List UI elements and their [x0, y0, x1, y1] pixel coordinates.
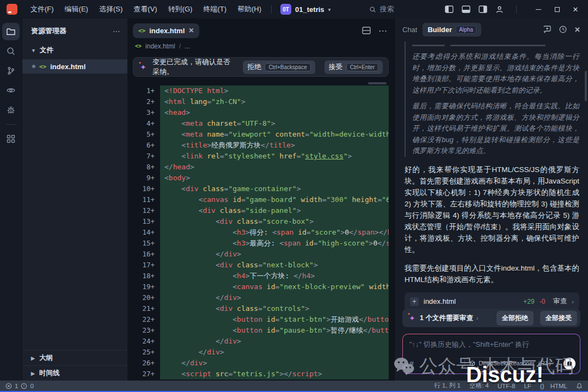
debug-icon[interactable] [2, 101, 20, 119]
code-line[interactable]: 2+<html lang="zh-CN"> [127, 96, 394, 107]
code-editor[interactable]: 1+<!DOCTYPE html>2+<html lang="zh-CN">3+… [127, 80, 394, 381]
code-line[interactable]: 18+ <h4>下一个方块: </h4> [127, 271, 394, 281]
reject-label: 拒绝 [247, 63, 261, 72]
chevron-right-icon: › [476, 315, 479, 321]
breadcrumb-file[interactable]: index.html [145, 42, 175, 50]
breadcrumb-more[interactable]: ... [185, 42, 190, 50]
project-badge: 0T [280, 4, 291, 15]
project-selector[interactable]: 0T 01_tetris ▾ [276, 2, 335, 16]
code-line[interactable]: 7+ <link rel="stylesheet" href="style.cs… [127, 151, 394, 162]
cursor-position[interactable]: 行 1, 列 1 [434, 382, 461, 390]
warnings-count[interactable]: 0 [30, 383, 33, 389]
code-line[interactable]: 17+ <div class="next-block"> [127, 260, 394, 271]
account-icon[interactable] [495, 5, 504, 14]
tab-bar: <> index.html ✕ ⋯ [127, 19, 394, 39]
menu-help[interactable]: 帮助(H) [232, 0, 267, 19]
code-line[interactable]: 27+ <script src="tetris.js"></script> [127, 369, 394, 379]
explorer-title: 资源管理器 [31, 26, 113, 36]
history-icon[interactable] [559, 25, 567, 34]
code-line[interactable]: 1+<!DOCTYPE html> [127, 85, 394, 96]
search-sidebar-icon[interactable] [2, 42, 20, 60]
reject-all-button[interactable]: 全部拒绝 [497, 311, 534, 326]
explorer-more-icon[interactable]: ⋯ [113, 27, 121, 35]
toggle-right-panel-icon[interactable] [479, 5, 487, 13]
review-summary-label[interactable]: 1 个文件需要审查 [420, 314, 473, 323]
extensions-icon[interactable] [2, 130, 20, 148]
code-line[interactable]: 14+ <h3>得分: <span id="score">0</span></h… [127, 227, 394, 238]
code-line[interactable]: 23+ <button id="pause-btn">暂停/继续</button… [127, 325, 394, 336]
review-link[interactable]: 审查 [553, 297, 567, 306]
menu-terminal[interactable]: 终端(T) [198, 0, 232, 19]
file-item-index-html[interactable]: <> index.html [22, 59, 127, 74]
errors-count[interactable]: 1 [15, 383, 18, 389]
chat-input[interactable]: "↑↓" 切换历史输入，"Shift+Enter" 换行 # DeepSeek-… [403, 334, 580, 373]
titlebar-divider [271, 5, 272, 14]
preview-eye-icon[interactable] [2, 82, 20, 99]
code-line[interactable]: 21+ <div class="controls"> [127, 303, 394, 314]
window-maximize-button[interactable] [548, 0, 566, 19]
code-line[interactable]: 10+ <div class="game-container"> [127, 183, 394, 194]
window-close-button[interactable]: ✕ [566, 0, 585, 19]
files-section-header[interactable]: ▼ 文件 [22, 41, 127, 59]
code-line[interactable]: 15+ <h3>最高分: <span id="high-score">0</sp… [127, 238, 394, 249]
code-line[interactable]: 5+ <meta name="viewport" content="width=… [127, 129, 394, 140]
toggle-left-panel-icon[interactable] [445, 5, 454, 13]
code-line[interactable]: 13+ <div class="score-box"> [127, 216, 394, 227]
menu-go[interactable]: 转到(G) [163, 0, 198, 19]
close-panel-icon[interactable]: ✕ [574, 26, 580, 34]
toggle-bottom-panel-icon[interactable] [462, 5, 470, 13]
code-line[interactable]: 4+ <meta charset="UTF-8"> [127, 118, 394, 129]
stop-generation-button[interactable] [564, 358, 575, 370]
accept-button[interactable]: 接受 Ctrl+Enter [324, 60, 383, 74]
code-line[interactable]: 11+ <canvas id="game-board" width="300" … [127, 194, 394, 205]
tab-close-icon[interactable]: ✕ [188, 27, 194, 34]
chat-messages[interactable]: 还要考虑得分系统和游戏结束条件。每当消除一行时，增加分数，并更新显示。游戏结束的… [395, 40, 588, 309]
tab-chat[interactable]: Chat [402, 26, 417, 34]
tab-builder[interactable]: Builder Alpha [422, 23, 481, 36]
language-mode[interactable]: {} HTML [540, 383, 567, 389]
encoding[interactable]: UTF-8 [498, 383, 516, 389]
html-file-icon: <> [135, 43, 142, 49]
split-editor-icon[interactable] [362, 27, 371, 34]
code-line[interactable]: 12+ <div class="side-panel"> [127, 205, 394, 216]
code-line[interactable]: 8+</head> [127, 162, 394, 173]
breadcrumb[interactable]: <> index.html / ... [127, 39, 394, 53]
global-search[interactable]: 搜索 [369, 4, 394, 14]
code-line[interactable]: 3+<head> [127, 107, 394, 118]
code-line[interactable]: 9+<body> [127, 173, 394, 183]
indentation[interactable]: 空格: 4 [469, 382, 489, 390]
menu-file[interactable]: 文件(F) [25, 0, 59, 19]
new-chat-icon[interactable] [543, 25, 552, 34]
model-selector[interactable]: DeepSeek-Reasoner（R1） [464, 357, 559, 370]
code-line[interactable]: 22+ <button id="start-btn">开始游戏</button> [127, 314, 394, 325]
menu-edit[interactable]: 编辑(E) [59, 0, 94, 19]
timeline-section[interactable]: ▶ 时间线 [22, 365, 127, 381]
tab-index-html[interactable]: <> index.html ✕ [133, 23, 199, 38]
editor-more-icon[interactable]: ⋯ [378, 26, 388, 36]
source-control-icon[interactable] [2, 62, 20, 79]
code-line[interactable]: 24+ </div> [127, 336, 394, 347]
code-line[interactable]: 6+ <title>经典俄罗斯方块</title> [127, 140, 394, 151]
code-line[interactable]: 26+ </div> [127, 358, 394, 369]
warnings-icon [21, 383, 27, 389]
explorer-icon[interactable] [2, 23, 20, 40]
menu-selection[interactable]: 选择(S) [94, 0, 128, 19]
accept-all-button[interactable]: 全部接受 [540, 311, 577, 326]
file-added-icon: + [410, 297, 419, 306]
outline-section[interactable]: ▶ 大纲 [22, 350, 127, 365]
eol-type[interactable]: LF [524, 383, 531, 389]
code-line[interactable]: 19+ <canvas id="next-block-preview" widt… [127, 281, 394, 292]
notifications-bell-icon[interactable] [576, 383, 583, 389]
menu-view[interactable]: 查看(V) [128, 0, 162, 19]
context-hash-button[interactable]: # [409, 359, 414, 368]
code-line[interactable]: 16+ </div> [127, 249, 394, 260]
changed-file-card[interactable]: + index.html +29 -0 审查 › [405, 292, 579, 309]
window-minimize-button[interactable] [529, 0, 548, 19]
reject-button[interactable]: 拒绝 Ctrl+Backspace [243, 60, 315, 74]
braces-icon: {} [540, 383, 544, 389]
scrollbar-thumb[interactable] [368, 82, 387, 84]
scrollbar-thumb[interactable] [585, 71, 587, 101]
code-line[interactable]: 20+ </div> [127, 292, 394, 303]
chevron-right-icon: ▶ [31, 371, 35, 376]
code-line[interactable]: 25+ </div> [127, 347, 394, 358]
